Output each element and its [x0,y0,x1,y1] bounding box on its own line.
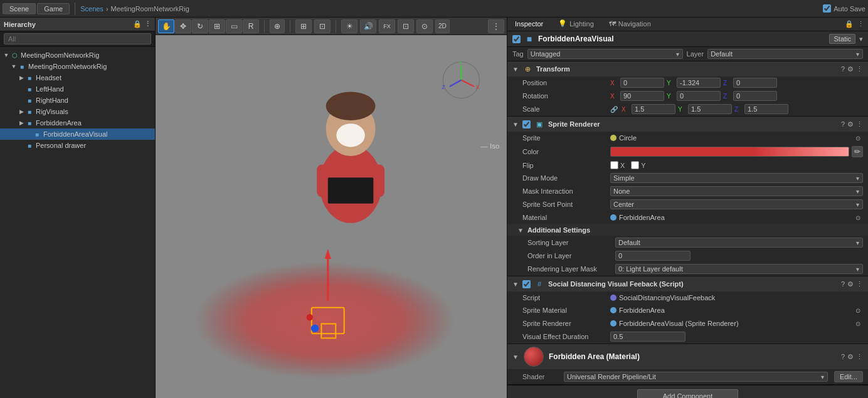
tree-item-forbidden[interactable]: ▶ ■ ForbiddenArea [0,117,155,128]
static-button[interactable]: Static [829,34,855,44]
sprite-help-icon[interactable]: ? [841,120,845,128]
pos-z-input[interactable] [733,78,777,88]
tab-inspector[interactable]: Inspector [507,19,551,30]
mask-interaction-label: Mask Interaction [522,187,610,195]
more-icon[interactable]: ⋮ [144,20,151,28]
sprite-settings-icon[interactable]: ⚙ [847,120,854,128]
order-in-layer-input[interactable] [615,251,691,261]
color-edit-btn[interactable]: ✏ [852,146,863,157]
tree-item-forbiddenvisual[interactable]: ■ ForbiddenAreaVisual [0,128,155,140]
sprite-material-ref-btn[interactable]: ⊙ [853,305,863,315]
scene-viewport[interactable]: X Y Z — Iso [156,35,507,398]
flip-x-checkbox[interactable] [610,161,618,169]
auto-save-checkbox[interactable] [823,4,831,13]
color-bar[interactable] [610,147,849,157]
pos-y-input[interactable] [677,78,721,88]
tree-arrow-headset: ▶ [18,75,25,81]
sprite-renderer-ref: ForbiddenAreaVisual (Sprite Renderer) [610,320,850,327]
scale-tool[interactable]: ⊞ [209,19,225,33]
sprite-ref-btn[interactable]: ⊙ [853,133,863,143]
transform-more-icon[interactable]: ⋮ [856,65,863,73]
gizmo-btn[interactable]: ⊙ [416,19,433,33]
material-more-icon[interactable]: ⋮ [856,353,863,361]
tree-item-root[interactable]: ▼ ⬡ MeetingRoomNetworkRig [0,50,155,61]
scene-tab[interactable]: Scene [3,3,36,14]
draw-mode-dropdown[interactable]: Simple [610,173,863,183]
material-name: Forbidden Area (Material) [549,352,836,361]
pivot-tool[interactable]: ⊕ [270,19,285,33]
transform-settings-icon[interactable]: ⚙ [847,65,854,73]
rot-z-input[interactable] [733,91,777,101]
transform-help-icon[interactable]: ? [841,65,845,73]
sprite-renderer-header[interactable]: ▼ ▣ Sprite Renderer ? ⚙ ⋮ [507,117,868,132]
hand-tool[interactable]: ✋ [158,19,174,33]
grid-tool[interactable]: ⊞ [295,19,312,33]
tree-item-rig[interactable]: ▼ ■ MeetingRoomNetworkRig [0,61,155,72]
scale-y-input[interactable] [688,104,732,114]
lock-icon[interactable]: 🔒 [133,20,142,28]
tree-item-headset[interactable]: ▶ ■ Headset [0,72,155,83]
material-value-group: ForbiddenArea ⊙ [610,212,863,223]
pos-x-input[interactable] [620,78,664,88]
transform-header[interactable]: ▼ ⊕ Transform ? ⚙ ⋮ [507,61,868,76]
fx-btn[interactable]: FX [379,19,395,33]
mask-interaction-dropdown[interactable]: None [610,186,863,196]
material-section-arrow: ▼ [512,353,519,360]
hierarchy-search-input[interactable] [4,33,151,45]
object-active-checkbox[interactable] [512,35,521,43]
scene-view-btn[interactable]: ⊡ [398,19,414,33]
script-help-icon[interactable]: ? [841,280,845,288]
color-value-group: ✏ [610,146,863,157]
sorting-layer-dropdown[interactable]: Default [615,238,863,248]
shader-dropdown[interactable]: Universal Render Pipeline/Lit [564,372,828,382]
tree-arrow-rigvisuals: ▶ [18,108,25,115]
rot-x-input[interactable] [620,91,664,101]
2d-btn[interactable]: 2D [435,19,450,33]
rotate-tool[interactable]: ↻ [192,19,208,33]
snap-tool[interactable]: ⊡ [314,19,331,33]
visual-effect-input[interactable] [610,332,685,342]
edit-shader-btn[interactable]: Edit... [834,371,863,382]
tree-item-rigvisuals[interactable]: ▶ ■ RigVisuals [0,106,155,117]
tree-item-lefthand[interactable]: ■ LeftHand [0,83,155,95]
sprite-renderer-checkbox[interactable] [522,120,531,128]
static-dropdown-arrow[interactable]: ▾ [859,35,863,43]
material-ref-btn[interactable]: ⊙ [853,212,863,223]
material-help-icon[interactable]: ? [841,353,845,361]
tag-dropdown[interactable]: Untagged [527,49,683,59]
tree-item-drawer[interactable]: ■ Personal drawer [0,140,155,151]
sprite-renderer-ref-btn[interactable]: ⊙ [853,318,863,328]
layer-dropdown[interactable]: Default [707,49,863,59]
sprite-sort-point-dropdown[interactable]: Center [610,199,863,209]
script-settings-icon[interactable]: ⚙ [847,280,854,288]
move-tool[interactable]: ✥ [175,19,191,33]
nav-icon: 🗺 [609,20,616,28]
material-settings-icon[interactable]: ⚙ [847,353,854,361]
sprite-more-icon[interactable]: ⋮ [856,120,863,128]
extra-tool1[interactable]: ⋮ [488,19,504,33]
rendering-layer-dropdown[interactable]: 0: Light Layer default [615,264,863,274]
rot-y-input[interactable] [677,91,721,101]
scale-x-input[interactable] [632,104,675,114]
add-component-button[interactable]: Add Component [637,389,739,398]
auto-save-toggle[interactable]: Auto Save [823,4,865,13]
transform-tool[interactable]: R [243,19,259,33]
script-checkbox[interactable] [522,280,531,288]
game-tab[interactable]: Game [37,3,70,14]
rect-tool[interactable]: ▭ [226,19,242,33]
script-header[interactable]: ▼ # Social Distancing Visual Feeback (Sc… [507,276,868,291]
tab-navigation[interactable]: 🗺 Navigation [601,19,659,30]
additional-settings-header[interactable]: ▼ Additional Settings [507,224,868,236]
more-inspector-icon[interactable]: ⋮ [857,20,864,28]
script-more-icon[interactable]: ⋮ [856,280,863,288]
material-label: Material [522,214,610,221]
lighting-btn[interactable]: ☀ [341,19,357,33]
flip-y-checkbox[interactable] [631,161,639,169]
lock-inspector-icon[interactable]: 🔒 [845,20,854,28]
tag-label: Tag [512,50,524,58]
scale-z-input[interactable] [744,104,788,114]
tree-item-righthand[interactable]: ■ RightHand [0,95,155,106]
sorting-layer-row: Sorting Layer Default [507,236,868,249]
tab-lighting[interactable]: 💡 Lighting [551,18,601,30]
audio-btn[interactable]: 🔊 [360,19,376,33]
